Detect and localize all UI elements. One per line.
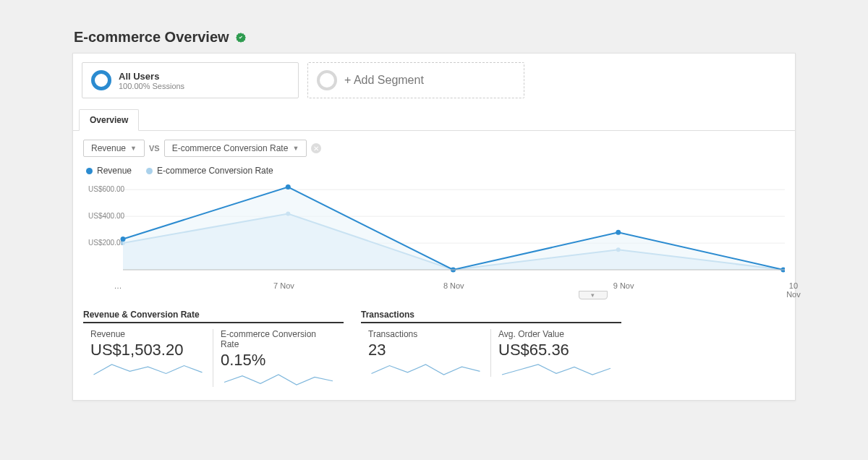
metric-label: E-commerce Conversion Rate [221,329,336,349]
tab-overview[interactable]: Overview [79,109,139,131]
add-segment-button[interactable]: + Add Segment [307,62,524,98]
legend-conversion-rate: E-commerce Conversion Rate [146,166,273,176]
dot-icon [86,168,93,174]
metric-label: Revenue [90,329,205,339]
svg-text:US$200.00: US$200.00 [88,239,124,247]
x-tick-label: … [114,281,122,290]
close-icon: ✕ [313,145,319,153]
caret-down-icon: ▼ [292,145,299,152]
page-title: E-commerce Overview [74,29,229,46]
metric-label: Transactions [368,329,483,339]
metric-value: 23 [368,341,483,359]
remove-metric-button[interactable]: ✕ [311,143,321,153]
legend-b-label: E-commerce Conversion Rate [157,166,273,176]
svg-point-11 [121,237,126,242]
metric-b-dropdown[interactable]: E-commerce Conversion Rate ▼ [164,140,307,157]
metric-card-avg-order-value[interactable]: Avg. Order Value US$65.36 [491,329,621,377]
metric-card-transactions[interactable]: Transactions 23 [361,329,491,377]
segment-subtitle: 100.00% Sessions [119,82,184,90]
segment-title: All Users [119,71,184,82]
legend-a-label: Revenue [97,166,132,176]
add-segment-circle-icon [317,70,337,90]
segment-circle-icon [91,70,111,90]
x-tick-label: 9 Nov [613,281,634,290]
metric-value: US$65.36 [498,341,614,359]
dot-icon [146,168,153,174]
metric-value: 0.15% [221,351,336,370]
add-segment-label: + Add Segment [344,74,424,87]
metric-a-label: Revenue [91,143,126,153]
segment-all-users[interactable]: All Users 100.00% Sessions [82,62,299,98]
chart-resize-handle[interactable]: ▾ [579,291,608,299]
svg-point-14 [616,230,621,235]
sparkline-transactions [368,362,483,377]
verified-icon [235,32,247,43]
svg-point-12 [286,184,291,189]
overview-panel: All Users 100.00% Sessions + Add Segment… [72,53,796,401]
group-header-revenue-conversion: Revenue & Conversion Rate [83,310,344,323]
sparkline-aov [498,362,614,377]
metric-label: Avg. Order Value [498,329,614,339]
group-header-transactions: Transactions [361,310,621,323]
vs-label: VS [149,144,160,153]
sparkline-revenue [90,362,205,377]
x-tick-label: 8 Nov [443,281,464,290]
svg-text:US$400.00: US$400.00 [88,212,124,220]
metric-card-revenue[interactable]: Revenue US$1,503.20 [83,329,213,387]
metric-card-conversion-rate[interactable]: E-commerce Conversion Rate 0.15% [213,329,344,387]
svg-text:US$600.00: US$600.00 [88,185,124,193]
metric-value: US$1,503.20 [90,341,205,359]
metric-b-label: E-commerce Conversion Rate [172,143,289,153]
main-chart: US$200.00US$400.00US$600.00 [73,176,795,280]
x-tick-label: 10 Nov [786,281,801,299]
caret-down-icon: ▼ [130,145,137,152]
metric-a-dropdown[interactable]: Revenue ▼ [83,140,145,157]
legend-revenue: Revenue [86,166,132,176]
x-tick-label: 7 Nov [273,281,294,290]
chart-x-axis: …7 Nov8 Nov9 Nov10 Nov [73,280,795,291]
sparkline-conversion-rate [221,372,336,387]
